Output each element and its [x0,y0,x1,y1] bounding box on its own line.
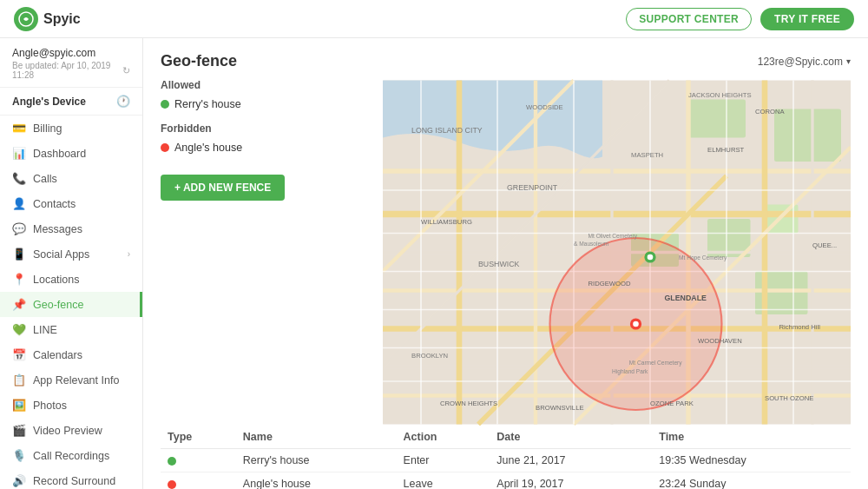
try-free-button[interactable]: TRY IT FREE [760,8,854,30]
table-cell-name: Angle's house [236,472,397,490]
sidebar-item-label: Photos [33,400,67,412]
svg-text:ELMHURST: ELMHURST [707,146,745,154]
sidebar-item-photos[interactable]: 🖼️ Photos [0,393,142,418]
red-dot-icon [161,143,169,152]
forbidden-section: Forbidden Angle's house [161,122,369,155]
svg-text:Highland Park: Highland Park [612,368,648,375]
sidebar-item-record-surround[interactable]: 🔊 Record Surround [0,468,142,489]
sidebar-item-geofence[interactable]: 📌 Geo-fence [0,292,142,317]
page-title: Geo-fence [161,52,237,70]
svg-text:WOODSIDE: WOODSIDE [526,103,563,111]
svg-text:OZONE PARK: OZONE PARK [650,400,694,407]
svg-text:Richmond Hill: Richmond Hill [779,323,821,331]
svg-text:Mt Hope Cemetery: Mt Hope Cemetery [679,254,727,261]
device-name: Angle's Device [12,96,86,108]
sidebar-item-locations[interactable]: 📍 Locations [0,267,142,292]
svg-text:CROWN HEIGHTS: CROWN HEIGHTS [440,400,497,407]
svg-text:RIDGEWOOD: RIDGEWOOD [589,280,632,287]
sidebar-item-label: Locations [33,274,80,286]
svg-text:Mt Carmel Cemetery: Mt Carmel Cemetery [629,360,683,367]
sidebar-item-calls[interactable]: 📞 Calls [0,166,142,191]
messages-icon: 💬 [12,222,26,235]
table-body: Rerry's house Enter June 21, 2017 19:35 … [161,449,851,490]
logo-icon [14,7,38,31]
map-container: LONG ISLAND CITY WOODSIDE JACKSON HEIGHT… [383,79,851,426]
refresh-icon[interactable]: ↻ [122,65,130,76]
sidebar-nav: 💳 Billing 📊 Dashboard 📞 Calls 👤 Contacts… [0,116,142,489]
sidebar-item-calendars[interactable]: 📅 Calendars [0,342,142,367]
sidebar-item-label: App Relevant Info [33,374,119,387]
geofence-panel: Allowed Rerry's house Forbidden Angle's … [161,79,369,426]
sidebar-item-billing[interactable]: 💳 Billing [0,116,142,141]
geofence-icon: 📌 [12,298,26,311]
sidebar-item-label: Video Preview [33,425,102,437]
app-relevant-icon: 📋 [12,373,26,387]
sidebar-item-label: Call Recordings [33,450,109,462]
billing-icon: 💳 [12,122,26,135]
sidebar-item-label: Geo-fence [33,299,83,311]
sidebar-item-messages[interactable]: 💬 Messages [0,216,142,241]
sidebar-item-call-recordings[interactable]: 🎙️ Call Recordings [0,443,142,468]
dashboard-icon: 📊 [12,147,26,160]
table-header: Type Name Action Date Time [161,426,851,449]
col-action: Action [397,426,490,449]
table-cell-date: April 19, 2017 [490,472,652,490]
table-cell-type [161,472,236,490]
sidebar-item-line[interactable]: 💚 LINE [0,317,142,342]
svg-text:MASPETH: MASPETH [631,151,663,159]
svg-text:CORONA: CORONA [755,108,786,116]
support-center-button[interactable]: SUPPORT CENTER [626,8,752,30]
forbidden-title: Forbidden [161,122,369,135]
navbar: Spyic SUPPORT CENTER TRY IT FREE [0,0,868,38]
clock-icon: 🕐 [116,95,130,108]
user-account: 123re@Spyic.com ▾ [758,56,851,68]
logo: Spyic [14,7,81,31]
forbidden-item: Angle's house [161,140,369,155]
table-cell-action: Enter [397,449,490,472]
svg-text:BUSHWICK: BUSHWICK [478,260,520,268]
calls-icon: 📞 [12,172,26,185]
sidebar-item-label: Social Apps [33,248,89,261]
svg-rect-3 [774,109,841,162]
table-cell-date: June 21, 2017 [490,449,652,472]
sidebar-item-app-relevant[interactable]: 📋 App Relevant Info [0,367,142,393]
logo-text: Spyic [43,11,81,27]
sidebar-item-contacts[interactable]: 👤 Contacts [0,191,142,216]
col-type: Type [161,426,236,449]
green-dot-icon [161,100,169,109]
svg-text:SOUTH OZONE: SOUTH OZONE [765,394,813,402]
sidebar-item-label: Calls [33,173,57,185]
geofence-area: Allowed Rerry's house Forbidden Angle's … [143,79,868,426]
svg-text:& Mausoleum: & Mausoleum [574,241,609,247]
chevron-down-icon[interactable]: ▾ [846,56,851,66]
video-icon: 🎬 [12,424,26,437]
svg-text:GLENDALE: GLENDALE [665,294,707,302]
sidebar-item-label: LINE [33,324,57,336]
svg-rect-2 [688,100,746,138]
add-fence-button[interactable]: + ADD NEW FENCE [161,175,285,201]
svg-text:BROWNSVILLE: BROWNSVILLE [536,404,584,412]
table-cell-type [161,449,236,472]
sidebar-item-label: Calendars [33,349,82,361]
call-recordings-icon: 🎙️ [12,449,26,462]
sidebar-email: Angle@spyic.com [12,47,130,59]
sidebar-item-dashboard[interactable]: 📊 Dashboard [0,141,142,166]
svg-text:Mt Olivet Cemetery: Mt Olivet Cemetery [589,233,638,240]
svg-text:WILLIAMSBURG: WILLIAMSBURG [421,217,472,225]
locations-icon: 📍 [12,273,26,286]
red-dot-icon [168,480,176,489]
calendars-icon: 📅 [12,348,26,361]
sidebar-item-video[interactable]: 🎬 Video Preview [0,418,142,443]
chevron-right-icon: › [128,249,130,259]
sidebar-item-label: Contacts [33,198,76,210]
sidebar-device[interactable]: Angle's Device 🕐 [0,88,142,116]
table-cell-action: Leave [397,472,490,490]
line-icon: 💚 [12,323,26,336]
col-name: Name [236,426,397,449]
svg-text:BROOKLYN: BROOKLYN [411,352,448,360]
allowed-title: Allowed [161,79,369,91]
main-content: Geo-fence 123re@Spyic.com ▾ Allowed Rerr… [143,38,868,489]
sidebar-item-label: Dashboard [33,148,86,160]
sidebar-item-social-apps[interactable]: 📱 Social Apps › [0,241,142,267]
contacts-icon: 👤 [12,197,26,210]
